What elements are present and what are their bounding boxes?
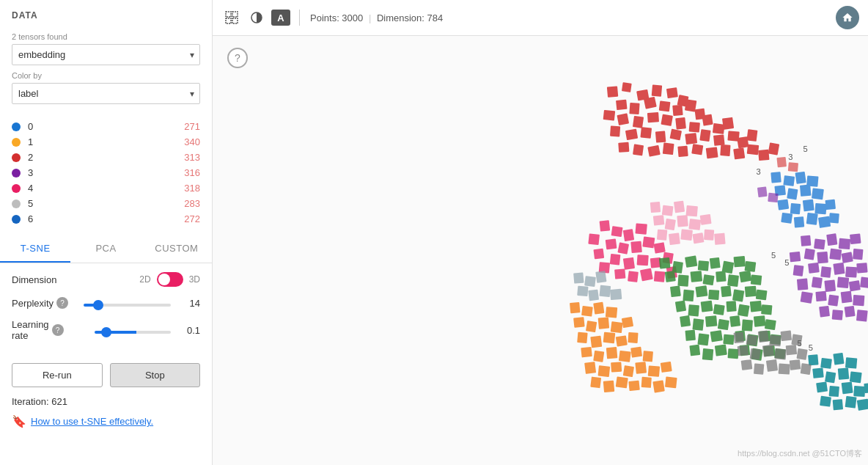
learning-rate-value: 0.1	[177, 325, 200, 336]
legend-item-0[interactable]: 0 271	[12, 119, 212, 134]
svg-rect-113	[685, 330, 696, 341]
how-to-link[interactable]: How to use t-SNE effectively.	[31, 416, 153, 427]
legend-item-1[interactable]: 1 340	[12, 134, 212, 150]
tensor-select[interactable]: embedding labels	[12, 44, 200, 65]
legend-dot-0	[12, 122, 21, 131]
svg-rect-236	[738, 345, 749, 356]
svg-rect-176	[845, 266, 857, 277]
stop-button[interactable]: Stop	[110, 363, 201, 387]
legend-item-4[interactable]: 4 318	[12, 180, 212, 196]
svg-rect-35	[713, 134, 725, 146]
tensor-select-container[interactable]: embedding labels	[12, 44, 200, 65]
svg-rect-131	[593, 302, 604, 315]
tab-pca[interactable]: PCA	[70, 235, 141, 263]
legend-label-5: 5	[28, 198, 184, 209]
svg-rect-153	[635, 362, 647, 374]
svg-rect-109	[729, 315, 740, 327]
label-icon[interactable]: A	[271, 10, 290, 26]
svg-rect-264	[665, 219, 676, 230]
legend-label-2: 2	[28, 152, 184, 163]
legend-dot-6	[12, 215, 21, 224]
svg-rect-42	[663, 143, 674, 155]
how-to-link-container: 🔖 How to use t-SNE effectively.	[0, 410, 212, 433]
svg-rect-110	[742, 320, 753, 332]
svg-rect-46	[720, 144, 730, 156]
sidebar-header: DATA	[0, 0, 212, 26]
svg-rect-14	[659, 100, 671, 111]
tsne-visualization: 3 3 5 5 5 5 5	[213, 36, 868, 465]
perplexity-help-icon[interactable]: ?	[56, 297, 68, 309]
svg-rect-159	[628, 381, 640, 392]
svg-rect-168	[804, 249, 815, 260]
learning-rate-help-icon[interactable]: ?	[52, 324, 64, 336]
half-circle-icon[interactable]	[246, 7, 267, 28]
svg-text:5: 5	[803, 144, 808, 153]
svg-rect-114	[697, 333, 709, 345]
perplexity-value: 14	[177, 298, 200, 309]
svg-rect-95	[745, 286, 757, 297]
svg-rect-76	[698, 260, 709, 271]
color-by-label: Color by	[12, 71, 200, 80]
svg-rect-40	[633, 144, 644, 155]
svg-rect-38	[746, 129, 757, 142]
perplexity-text: Perplexity	[12, 298, 54, 309]
svg-rect-70	[588, 233, 600, 245]
legend-item-2[interactable]: 2 313	[12, 150, 212, 165]
dimension-toggle[interactable]	[157, 272, 183, 287]
legend-item-3[interactable]: 3 316	[12, 165, 212, 180]
svg-rect-152	[623, 365, 634, 377]
legend-count-4: 318	[184, 183, 200, 194]
legend-item-6[interactable]: 6 272	[12, 211, 212, 227]
svg-rect-258	[768, 193, 778, 203]
svg-rect-237	[750, 348, 761, 360]
color-select-container[interactable]: label none	[12, 83, 200, 104]
svg-rect-33	[685, 133, 697, 144]
svg-rect-231	[746, 334, 758, 345]
svg-rect-223	[814, 203, 826, 214]
svg-rect-23	[675, 117, 686, 130]
dimension-label: Dimension	[12, 274, 78, 285]
visualization-area[interactable]: ?	[213, 36, 868, 465]
perplexity-slider[interactable]	[84, 304, 171, 307]
svg-rect-180	[837, 277, 849, 288]
svg-rect-245	[779, 363, 790, 374]
legend-dot-4	[12, 184, 21, 193]
home-button[interactable]	[836, 6, 859, 29]
selection-box-icon[interactable]	[221, 7, 242, 28]
svg-rect-255	[776, 157, 787, 167]
svg-rect-202	[850, 371, 862, 383]
svg-rect-184	[828, 295, 839, 307]
tab-tsne[interactable]: T-SNE	[0, 235, 70, 263]
tab-custom[interactable]: CUSTOM	[141, 235, 212, 263]
svg-rect-193	[845, 306, 856, 318]
svg-rect-90	[683, 290, 694, 301]
svg-rect-229	[829, 213, 839, 223]
learning-rate-label: Learningrate ?	[12, 319, 89, 341]
legend-label-6: 6	[28, 213, 184, 224]
svg-rect-262	[686, 205, 698, 216]
svg-rect-238	[762, 345, 774, 357]
svg-rect-60	[610, 254, 621, 266]
svg-rect-18	[603, 110, 616, 121]
rerun-button[interactable]: Re-run	[12, 363, 103, 387]
perplexity-label: Perplexity ?	[12, 297, 78, 309]
svg-rect-206	[853, 386, 865, 397]
svg-rect-181	[849, 280, 861, 291]
svg-rect-208	[820, 396, 831, 407]
svg-rect-150	[598, 365, 611, 377]
points-info: Points: 3000	[310, 12, 363, 23]
svg-rect-249	[584, 276, 596, 287]
learning-rate-slider[interactable]	[95, 331, 171, 334]
svg-rect-68	[654, 271, 665, 282]
legend-item-5[interactable]: 5 283	[12, 196, 212, 211]
svg-rect-32	[670, 129, 682, 141]
svg-rect-251	[577, 286, 588, 296]
svg-rect-22	[661, 114, 672, 125]
svg-rect-41	[647, 145, 660, 157]
svg-rect-177	[856, 263, 867, 273]
color-select[interactable]: label none	[12, 83, 200, 104]
svg-rect-205	[842, 382, 853, 395]
help-circle-icon[interactable]: ?	[227, 48, 248, 68]
svg-rect-175	[833, 263, 845, 275]
svg-rect-62	[637, 255, 649, 266]
